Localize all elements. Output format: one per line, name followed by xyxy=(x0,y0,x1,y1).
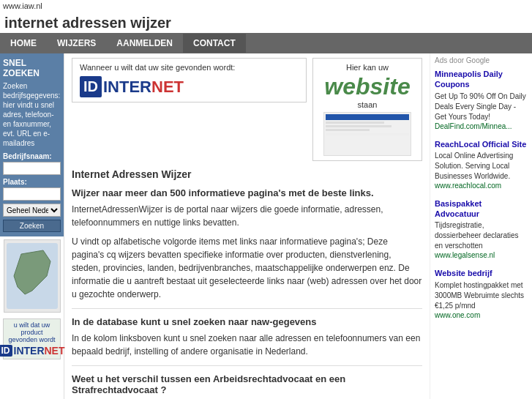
map-svg xyxy=(7,243,58,309)
divider1 xyxy=(72,308,422,309)
sidebar-ad-section: u wilt dat uw product gevonden wordt ID … xyxy=(0,316,64,362)
divider2 xyxy=(72,365,422,366)
ad-block-2: Basispakket Advocatuur Tijdsregistratie,… xyxy=(435,198,528,260)
nav-contact[interactable]: CONTACT xyxy=(183,34,246,53)
top-bar: www.iaw.nl xyxy=(0,0,532,12)
banner-area: Wanneer u wilt dat uw site gevonden word… xyxy=(72,58,422,161)
main-layout: SNEL ZOEKEN Zoeken bedrijfsgegevens: hie… xyxy=(0,53,532,399)
website-thumbnail xyxy=(323,112,411,156)
main-heading4: Weet u het verschil tussen een Arbeidsre… xyxy=(72,373,422,395)
main-para3: In de kolom linksboven kunt u snel zoeke… xyxy=(72,332,422,358)
ad-body-1: Local Online Advertising Solution. Servi… xyxy=(435,151,528,182)
ad-body-3: Komplet hostingpakket met 3000MB Webruim… xyxy=(435,280,528,311)
ad-body-2: Tijdsregistratie, dossierbeheer declarat… xyxy=(435,220,528,251)
plaats-input[interactable] xyxy=(3,187,61,201)
ad-block-3: Website bedrijf Komplet hostingpakket me… xyxy=(435,268,528,318)
main-content: Wanneer u wilt dat uw site gevonden word… xyxy=(64,53,430,399)
ad-url-2[interactable]: www.legalsense.nl xyxy=(435,251,528,259)
bedrijfsnaam-label: Bedrijfsnaam: xyxy=(3,152,61,160)
logo-inter-part: INTER xyxy=(103,78,151,96)
nav-home[interactable]: HOME xyxy=(0,34,47,53)
svg-rect-5 xyxy=(326,129,370,131)
svg-rect-2 xyxy=(326,114,409,120)
thumb-svg xyxy=(324,113,411,155)
provincie-select[interactable]: Geheel Nederland xyxy=(3,204,61,217)
svg-rect-4 xyxy=(326,125,391,127)
bedrijfsnaam-input[interactable] xyxy=(3,162,61,175)
internet-logo: ID INTERNET xyxy=(80,76,299,97)
logo-id-part: ID xyxy=(80,76,102,97)
hier-text: Hier kan uw xyxy=(321,63,414,72)
main-para1: InternetAdressenWijzer is de portal naar… xyxy=(72,203,422,229)
main-text: Internet Adressen Wijzer Wijzer naar mee… xyxy=(72,168,422,399)
site-title-area: internet adressen wijzer xyxy=(0,12,532,33)
svg-rect-3 xyxy=(326,122,384,124)
nav-bar: HOME WIJZERS AANMELDEN CONTACT xyxy=(0,33,532,53)
logo-id-small: ID xyxy=(0,345,12,357)
ad-title-3[interactable]: Website bedrijf xyxy=(435,268,528,278)
svg-rect-6 xyxy=(326,133,409,135)
snel-zoeken-title: SNEL ZOEKEN xyxy=(3,58,61,78)
main-heading3: In de database kunt u snel zoeken naar n… xyxy=(72,316,422,327)
nav-wijzers[interactable]: WIJZERS xyxy=(47,34,106,53)
main-heading1: Internet Adressen Wijzer xyxy=(72,168,422,180)
search-button[interactable]: Zoeken xyxy=(3,220,61,232)
site-title: internet adressen wijzer xyxy=(4,15,528,31)
nav-aanmelden[interactable]: AANMELDEN xyxy=(106,34,183,53)
ad-body-0: Get Up To 90% Off On Daily Deals Every S… xyxy=(435,92,528,122)
logo-internet-small: INTERNET xyxy=(14,345,65,357)
ad-title-2[interactable]: Basispakket Advocatuur xyxy=(435,198,528,220)
wanneer-text: Wanneer u wilt dat uw site gevonden word… xyxy=(80,63,299,72)
sidebar-logo-small: ID INTERNET xyxy=(6,345,58,357)
ad-url-0[interactable]: DealFind.com/Minnea... xyxy=(435,122,528,130)
logo-net-part: NET xyxy=(151,78,184,96)
logo-net-small: NET xyxy=(45,345,65,357)
ads-label: Ads door Google xyxy=(435,56,528,64)
ad-url-1[interactable]: www.reachlocal.com xyxy=(435,182,528,190)
sidebar: SNEL ZOEKEN Zoeken bedrijfsgegevens: hie… xyxy=(0,53,64,399)
snel-zoeken-section: SNEL ZOEKEN Zoeken bedrijfsgegevens: hie… xyxy=(0,53,64,236)
snel-zoeken-desc: Zoeken bedrijfsgegevens: hier vindt u sn… xyxy=(3,81,61,148)
ad-block-1: ReachLocal Official Site Local Online Ad… xyxy=(435,139,528,190)
banner-left: Wanneer u wilt dat uw site gevonden word… xyxy=(72,58,307,102)
banner-right: Hier kan uw website staan xyxy=(312,58,422,161)
netherlands-map xyxy=(4,239,61,313)
main-heading2: Wijzer naar meer dan 500 informatieve pa… xyxy=(72,187,422,198)
ad-title-1[interactable]: ReachLocal Official Site xyxy=(435,139,528,149)
plaats-label: Plaats: xyxy=(3,178,61,186)
sidebar-ad-box: u wilt dat uw product gevonden wordt ID … xyxy=(3,318,61,359)
logo-inter-small: INTER xyxy=(14,345,45,357)
sidebar-map xyxy=(0,236,64,316)
right-ads-panel: Ads door Google Minneapolis Daily Coupon… xyxy=(430,53,532,399)
ad-url-3[interactable]: www.one.com xyxy=(435,311,528,319)
logo-text-part: INTERNET xyxy=(103,78,184,97)
ad-block-0: Minneapolis Daily Coupons Get Up To 90% … xyxy=(435,69,528,130)
main-para2: U vindt op alfabetische volgorde items m… xyxy=(72,235,422,301)
sidebar-ad-text: u wilt dat uw product gevonden wordt xyxy=(6,321,58,343)
ad-title-0[interactable]: Minneapolis Daily Coupons xyxy=(435,69,528,90)
website-text: website xyxy=(321,73,414,100)
site-url-link[interactable]: www.iaw.nl xyxy=(3,1,42,10)
staan-text: staan xyxy=(321,100,414,109)
